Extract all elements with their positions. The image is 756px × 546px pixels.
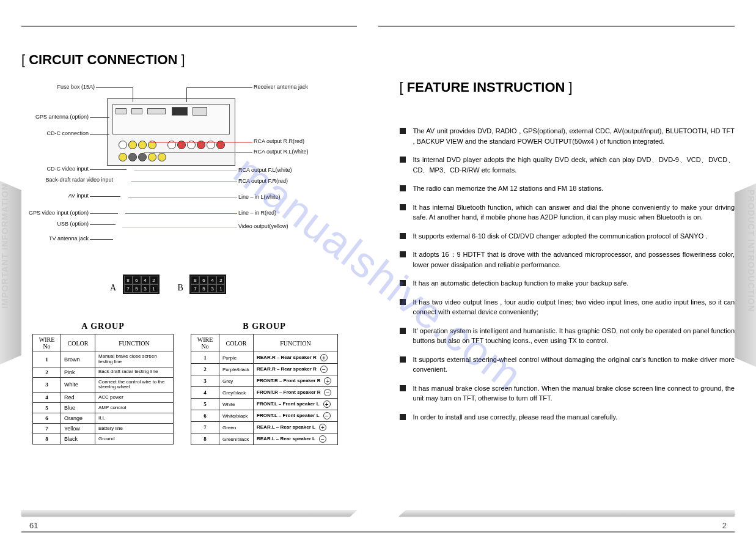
wire-no: 2 — [191, 364, 219, 375]
upper-ports — [112, 104, 230, 135]
wire-color: Green/black — [219, 433, 254, 445]
bottom-rule — [378, 531, 735, 533]
label-line-r: Line – in R(red) — [238, 210, 276, 216]
polarity-icon: − — [323, 412, 331, 419]
polarity-icon: − — [324, 389, 331, 396]
top-rule-right — [378, 26, 735, 27]
port-icon — [131, 108, 142, 114]
bullet-icon — [400, 157, 406, 163]
wire-no: 4 — [33, 393, 61, 403]
table-row: 7 Yellow Battery line — [33, 424, 174, 434]
bottom-rule — [21, 531, 378, 533]
wire-no: 3 — [33, 377, 61, 393]
polarity-icon: + — [320, 354, 328, 361]
wire-color: Green — [219, 422, 254, 433]
connector-block: 8 6 4 2 7 5 3 1 — [123, 275, 160, 294]
table-row: 2 Pink Back draft radar testing line — [33, 367, 174, 377]
port-icon — [172, 107, 188, 116]
rca-jack-icon — [148, 153, 156, 161]
feature-text: In order to install and use correctly, p… — [413, 412, 735, 422]
feature-text: It has internal Bluetooth function, whic… — [413, 202, 735, 223]
feature-item: It has an automatic detection backup fun… — [400, 278, 735, 289]
label-gps-ant: GPS antenna (option) — [9, 114, 89, 120]
rca-jack-icon — [119, 141, 127, 149]
port-icon — [116, 108, 127, 114]
wire-icon — [122, 227, 237, 227]
port-icon — [193, 107, 207, 116]
label-cdc: CD-C connection — [9, 130, 89, 136]
top-rule-left — [21, 26, 357, 27]
feature-text: The radio can memorize the AM 12 station… — [413, 183, 735, 194]
wire-func: Ground — [95, 434, 174, 445]
bullet-icon — [400, 328, 406, 334]
rca-jack-icon — [119, 153, 127, 161]
wire-color: Blue — [61, 403, 95, 413]
group-tables: A GROUP WIRE No COLOR FUNCTION 1 Brown M… — [32, 322, 357, 445]
label-line-l: Line – in L(white) — [238, 194, 281, 200]
manual-spread: IMPORTANT INFORMATION PRODUCT INTRODUCTI… — [0, 0, 756, 546]
wire-no: 6 — [33, 413, 61, 424]
left-page: [ CIRCUIT CONNECTION ] — [0, 0, 378, 546]
wire-func: FRONT.L – Front speaker L− — [254, 410, 338, 422]
bullet-icon — [400, 233, 406, 239]
table-row: 1 Brown Manual brake close screen testin… — [33, 352, 174, 367]
table-row: 1 Purple REAR.R – Rear speaker R+ — [191, 352, 338, 364]
wire-func: Battery line — [95, 424, 174, 434]
wire-icon — [128, 197, 237, 198]
label-usb: USB (option) — [9, 221, 89, 227]
wire-func: FRONT.L – Front speaker L+ — [254, 399, 338, 410]
rca-jack-icon — [138, 153, 147, 161]
bullet-icon — [400, 204, 406, 210]
feature-title: [ FEATURE INSTRUCTION ] — [400, 79, 735, 95]
page-number-right: 2 — [722, 521, 727, 530]
wire-color: White — [219, 399, 254, 410]
feature-text: It adopts 16：9 HDTFT that is drove with … — [413, 249, 735, 270]
polarity-icon: − — [319, 435, 326, 443]
wire-func: FRONT.R – Front speaker R+ — [254, 375, 338, 387]
table-row: 2 Purple/black REAR.R – Rear speaker R− — [191, 364, 338, 375]
table-row: 5 White FRONT.L – Front speaker L+ — [191, 399, 338, 410]
bottom-bar — [398, 510, 735, 517]
wire-color: Purple/black — [219, 364, 254, 375]
connector-b: B 8 6 4 2 7 5 3 — [178, 275, 227, 294]
wire-color: White/black — [219, 410, 254, 422]
wire-func: AMP concrol — [95, 403, 174, 413]
feature-text: The AV unit provides DVD, RADIO , GPS(op… — [413, 126, 735, 146]
label-rca-fr: RCA output F.R(red) — [238, 178, 288, 184]
bullet-icon — [400, 385, 406, 391]
group-b: B GROUP WIRE No COLOR FUNCTION 1 Purple … — [191, 322, 338, 445]
group-a: A GROUP WIRE No COLOR FUNCTION 1 Brown M… — [32, 322, 174, 445]
wire-no: 7 — [191, 422, 219, 433]
label-tv-ant: TV antenna jack — [9, 235, 89, 242]
wire-icon — [150, 142, 252, 142]
wire-func: ACC power — [95, 393, 174, 403]
wire-func: REAR.L – Rear speaker L+ — [254, 422, 338, 433]
feature-text: It' operation system is intelligent and … — [413, 326, 735, 346]
feature-text: It supports external 6-10 disk of CD/DVD… — [413, 231, 735, 242]
connector-block: 8 6 4 2 7 5 3 1 — [189, 275, 226, 294]
wire-func: REAR.R – Rear speaker R+ — [254, 352, 338, 364]
table-row: 3 Grey FRONT.R – Front speaker R+ — [191, 375, 338, 387]
label-radar: Back-draft radar video input — [9, 177, 113, 183]
feature-text: It supports external steering-wheel cont… — [413, 355, 735, 375]
wire-no: 5 — [33, 403, 61, 413]
bottom-bar — [21, 510, 358, 517]
wire-func: Manual brake close screen testing line — [95, 352, 174, 367]
feature-item: It adopts 16：9 HDTFT that is drove with … — [400, 249, 735, 270]
table-row: 8 Black Ground — [33, 434, 174, 445]
rca-jack-icon — [128, 141, 137, 149]
circuit-title: [ CIRCUIT CONNECTION ] — [21, 52, 357, 68]
wire-color: Brown — [61, 352, 95, 367]
wire-color: Pink — [61, 367, 95, 377]
wire-no: 8 — [191, 433, 219, 445]
connector-a: A 8 6 4 2 7 5 3 — [110, 275, 160, 294]
wire-icon — [125, 213, 237, 214]
group-a-table: WIRE No COLOR FUNCTION 1 Brown Manual br… — [32, 334, 174, 445]
polarity-icon: + — [319, 424, 326, 431]
bullet-icon — [400, 414, 406, 420]
feature-text: Its internal DVD player adopts the high … — [413, 155, 735, 175]
wire-icon — [134, 171, 237, 171]
bullet-icon — [400, 356, 406, 363]
table-row: 6 White/black FRONT.L – Front speaker L− — [191, 410, 338, 422]
feature-item: It supports external 6-10 disk of CD/DVD… — [400, 231, 735, 242]
